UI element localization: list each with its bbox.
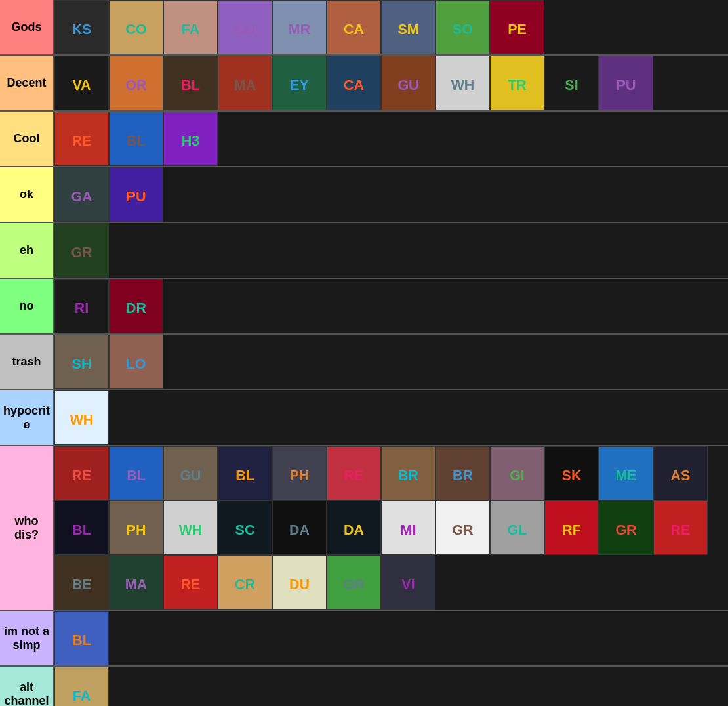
tier-item[interactable]: OR [109, 56, 163, 110]
tier-item[interactable]: SI [544, 56, 599, 110]
tier-item[interactable]: SM [381, 0, 435, 54]
tier-item[interactable]: GR [435, 501, 490, 555]
tier-item[interactable]: DA [327, 501, 381, 555]
svg-text:PE: PE [508, 22, 527, 37]
tier-item[interactable]: BR [435, 446, 490, 501]
tier-item[interactable]: EY [272, 56, 327, 110]
tier-item[interactable]: GU [163, 446, 218, 501]
svg-text:DA: DA [289, 522, 310, 538]
tier-item[interactable]: FA [163, 0, 218, 54]
tier-item[interactable]: RE [54, 112, 109, 166]
svg-text:BL: BL [181, 77, 200, 93]
svg-text:ME: ME [615, 468, 636, 484]
tier-item[interactable]: BL [109, 446, 163, 501]
tier-item[interactable]: BL [54, 611, 109, 665]
tier-item[interactable]: PE [490, 0, 544, 54]
tier-item[interactable]: PU [109, 167, 163, 222]
svg-text:MA: MA [125, 577, 147, 592]
tier-item[interactable]: GL [490, 501, 544, 555]
tier-item[interactable]: BE [54, 555, 109, 610]
tier-item[interactable]: VA [54, 56, 109, 110]
tier-item[interactable]: SC [218, 501, 272, 555]
svg-text:RE: RE [344, 468, 364, 484]
tier-item[interactable]: RI [54, 279, 109, 333]
tier-item[interactable]: RE [54, 446, 109, 501]
tier-item[interactable]: GR [327, 555, 381, 610]
svg-text:GU: GU [180, 468, 201, 484]
svg-text:CA: CA [344, 77, 364, 93]
tier-item[interactable]: CA [327, 56, 381, 110]
tier-item[interactable]: WH [435, 56, 490, 110]
tier-items-decent: VA OR BL MA EY CA GU WH TR SI PU [54, 56, 728, 110]
tier-item[interactable]: CR [218, 555, 272, 610]
tier-items-no: RI DR [54, 279, 728, 333]
tier-item[interactable]: CU [218, 0, 272, 54]
svg-text:BL: BL [127, 468, 146, 484]
tier-item[interactable]: RE [163, 555, 218, 610]
tier-item[interactable]: ME [599, 446, 653, 501]
svg-text:CO: CO [125, 22, 146, 37]
tier-items-eh: GR [54, 223, 728, 278]
tier-item[interactable]: MR [272, 0, 327, 54]
tier-item[interactable]: SH [54, 335, 109, 389]
svg-text:SM: SM [397, 22, 418, 37]
svg-text:MR: MR [289, 22, 311, 37]
tier-item[interactable]: CO [109, 0, 163, 54]
tier-item[interactable]: SO [435, 0, 490, 54]
tier-row-no: no RI DR [0, 279, 728, 335]
tier-item[interactable]: GA [54, 167, 109, 222]
tier-label-gods: Gods [0, 0, 54, 54]
svg-text:BL: BL [127, 133, 146, 149]
tier-item[interactable]: BL [218, 446, 272, 501]
tier-item[interactable]: GI [490, 446, 544, 501]
tier-item[interactable]: GR [54, 223, 109, 278]
tier-item[interactable]: MA [109, 555, 163, 610]
svg-text:SC: SC [235, 522, 255, 538]
tier-item[interactable]: PH [109, 501, 163, 555]
tier-item[interactable]: FA [54, 667, 109, 706]
tier-item[interactable]: AS [653, 446, 708, 501]
tier-item[interactable]: PH [272, 446, 327, 501]
svg-text:DR: DR [126, 301, 146, 316]
tier-item[interactable]: LO [109, 335, 163, 389]
svg-text:BE: BE [72, 577, 92, 592]
tier-item[interactable]: RE [327, 446, 381, 501]
tier-item[interactable]: DA [272, 501, 327, 555]
tier-item[interactable]: GR [599, 501, 653, 555]
tier-item[interactable]: BL [109, 112, 163, 166]
tier-item[interactable]: PU [599, 56, 653, 110]
tier-item[interactable]: H3 [163, 112, 218, 166]
tier-item[interactable]: DR [109, 279, 163, 333]
tier-item[interactable]: GU [381, 56, 435, 110]
tier-label-ok: ok [0, 167, 54, 222]
svg-text:SI: SI [565, 77, 578, 93]
tier-items-gods: KS CO FA CU MR CA SM SO PE [54, 0, 728, 54]
svg-text:CA: CA [344, 22, 364, 37]
tier-row-im-not-a-simp: im not a simp BL [0, 611, 728, 667]
tier-item[interactable]: CA [327, 0, 381, 54]
tier-item[interactable]: BL [54, 501, 109, 555]
tier-item[interactable]: SK [544, 446, 599, 501]
tier-item[interactable]: RE [653, 501, 708, 555]
tier-item[interactable]: MA [218, 56, 272, 110]
tier-item[interactable]: KS [54, 0, 109, 54]
svg-text:RI: RI [75, 301, 89, 316]
tier-item[interactable]: VI [381, 555, 435, 610]
tier-item[interactable]: RF [544, 501, 599, 555]
tier-item[interactable]: WH [54, 390, 109, 445]
tier-item[interactable]: WH [163, 501, 218, 555]
svg-text:GL: GL [508, 522, 527, 538]
svg-text:OR: OR [125, 77, 147, 93]
tier-item[interactable]: TR [490, 56, 544, 110]
svg-text:TR: TR [508, 77, 527, 93]
svg-text:GR: GR [343, 577, 365, 592]
svg-text:FA: FA [73, 688, 91, 704]
svg-text:RE: RE [72, 468, 92, 484]
tier-item[interactable]: BR [381, 446, 435, 501]
tier-row-hypocrite: hypocrite WH [0, 390, 728, 446]
tier-row-ok: ok GA PU [0, 167, 728, 223]
tier-item[interactable]: MI [381, 501, 435, 555]
tier-item[interactable]: BL [163, 56, 218, 110]
tier-item[interactable]: DU [272, 555, 327, 610]
tier-items-trash: SH LO [54, 335, 728, 389]
